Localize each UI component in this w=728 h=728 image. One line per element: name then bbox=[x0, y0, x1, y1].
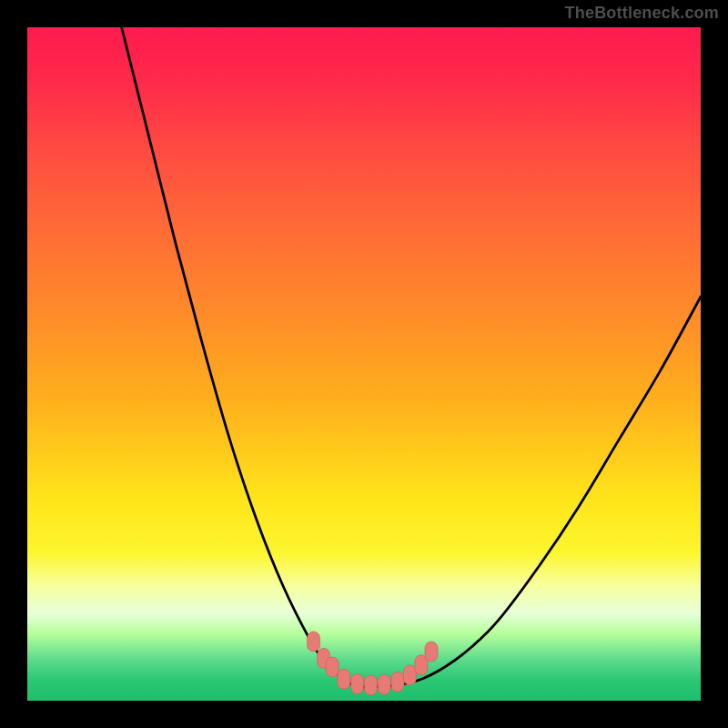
optimal-marker bbox=[308, 632, 320, 652]
optimal-marker bbox=[391, 672, 404, 692]
optimal-marker bbox=[351, 674, 364, 694]
optimal-marker bbox=[378, 674, 390, 694]
optimal-marker bbox=[338, 669, 350, 689]
watermark-text: TheBottleneck.com bbox=[565, 4, 719, 23]
optimal-marker bbox=[318, 648, 330, 668]
curve-right bbox=[364, 297, 701, 687]
chart-svg bbox=[27, 27, 701, 701]
optimal-marker bbox=[415, 655, 428, 675]
optimal-marker bbox=[403, 665, 416, 685]
plot-area bbox=[27, 27, 701, 701]
curve-left bbox=[122, 27, 364, 687]
optimal-marker bbox=[326, 657, 339, 677]
optimal-marker bbox=[364, 675, 377, 695]
chart-frame: TheBottleneck.com bbox=[0, 0, 728, 728]
optimal-markers bbox=[308, 632, 439, 695]
optimal-marker bbox=[425, 642, 438, 662]
